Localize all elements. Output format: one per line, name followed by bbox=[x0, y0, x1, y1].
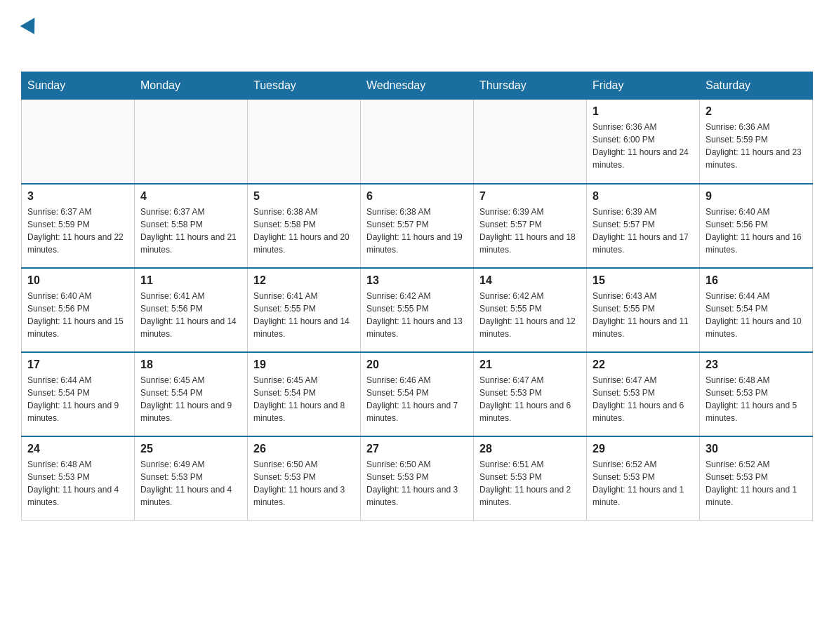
table-row: 3Sunrise: 6:37 AMSunset: 5:59 PMDaylight… bbox=[22, 184, 135, 268]
logo-text bbox=[21, 21, 41, 35]
sunset-text: Sunset: 5:55 PM bbox=[253, 302, 355, 315]
table-row: 11Sunrise: 6:41 AMSunset: 5:56 PMDayligh… bbox=[135, 268, 248, 352]
daylight-text: Daylight: 11 hours and 1 minute. bbox=[593, 483, 694, 509]
day-number: 9 bbox=[706, 190, 807, 203]
page-header bbox=[21, 21, 813, 58]
day-info: Sunrise: 6:44 AMSunset: 5:54 PMDaylight:… bbox=[27, 374, 128, 424]
sunset-text: Sunset: 5:59 PM bbox=[706, 133, 807, 146]
day-info: Sunrise: 6:39 AMSunset: 5:57 PMDaylight:… bbox=[479, 206, 581, 256]
calendar-week-row: 1Sunrise: 6:36 AMSunset: 6:00 PMDaylight… bbox=[22, 100, 813, 184]
sunrise-text: Sunrise: 6:51 AM bbox=[479, 458, 581, 471]
table-row: 2Sunrise: 6:36 AMSunset: 5:59 PMDaylight… bbox=[700, 100, 813, 184]
day-number: 10 bbox=[27, 274, 128, 287]
calendar-table: SundayMondayTuesdayWednesdayThursdayFrid… bbox=[21, 72, 813, 521]
daylight-text: Daylight: 11 hours and 17 minutes. bbox=[593, 231, 694, 256]
table-row: 27Sunrise: 6:50 AMSunset: 5:53 PMDayligh… bbox=[361, 436, 474, 521]
sunrise-text: Sunrise: 6:52 AM bbox=[593, 458, 694, 471]
day-number: 17 bbox=[27, 358, 128, 371]
table-row: 19Sunrise: 6:45 AMSunset: 5:54 PMDayligh… bbox=[248, 352, 361, 436]
daylight-text: Daylight: 11 hours and 14 minutes. bbox=[253, 315, 355, 340]
daylight-text: Daylight: 11 hours and 19 minutes. bbox=[366, 231, 468, 256]
sunrise-text: Sunrise: 6:48 AM bbox=[706, 374, 807, 387]
table-row bbox=[361, 100, 474, 184]
daylight-text: Daylight: 11 hours and 21 minutes. bbox=[140, 231, 241, 256]
table-row bbox=[248, 100, 361, 184]
daylight-text: Daylight: 11 hours and 4 minutes. bbox=[140, 483, 241, 509]
sunrise-text: Sunrise: 6:37 AM bbox=[27, 206, 128, 218]
sunset-text: Sunset: 5:53 PM bbox=[593, 387, 694, 399]
sunrise-text: Sunrise: 6:36 AM bbox=[706, 121, 807, 133]
day-number: 2 bbox=[706, 105, 807, 118]
daylight-text: Daylight: 11 hours and 2 minutes. bbox=[479, 483, 581, 509]
sunset-text: Sunset: 5:58 PM bbox=[253, 218, 355, 231]
sunset-text: Sunset: 5:54 PM bbox=[366, 387, 468, 399]
day-info: Sunrise: 6:39 AMSunset: 5:57 PMDaylight:… bbox=[593, 206, 694, 256]
daylight-text: Daylight: 11 hours and 3 minutes. bbox=[366, 483, 468, 509]
day-number: 27 bbox=[366, 443, 468, 455]
day-info: Sunrise: 6:41 AMSunset: 5:56 PMDaylight:… bbox=[140, 290, 241, 340]
day-info: Sunrise: 6:51 AMSunset: 5:53 PMDaylight:… bbox=[479, 458, 581, 509]
day-number: 30 bbox=[706, 443, 807, 455]
table-row: 5Sunrise: 6:38 AMSunset: 5:58 PMDaylight… bbox=[248, 184, 361, 268]
table-row: 4Sunrise: 6:37 AMSunset: 5:58 PMDaylight… bbox=[135, 184, 248, 268]
sunrise-text: Sunrise: 6:46 AM bbox=[366, 374, 468, 387]
table-row: 13Sunrise: 6:42 AMSunset: 5:55 PMDayligh… bbox=[361, 268, 474, 352]
sunrise-text: Sunrise: 6:38 AM bbox=[253, 206, 355, 218]
day-info: Sunrise: 6:49 AMSunset: 5:53 PMDaylight:… bbox=[140, 458, 241, 509]
daylight-text: Daylight: 11 hours and 8 minutes. bbox=[253, 399, 355, 424]
sunrise-text: Sunrise: 6:48 AM bbox=[27, 458, 128, 471]
daylight-text: Daylight: 11 hours and 12 minutes. bbox=[479, 315, 581, 340]
weekday-header-thursday: Thursday bbox=[474, 72, 587, 100]
sunset-text: Sunset: 5:59 PM bbox=[27, 218, 128, 231]
day-info: Sunrise: 6:38 AMSunset: 5:58 PMDaylight:… bbox=[253, 206, 355, 256]
day-info: Sunrise: 6:52 AMSunset: 5:53 PMDaylight:… bbox=[593, 458, 694, 509]
weekday-header-row: SundayMondayTuesdayWednesdayThursdayFrid… bbox=[22, 72, 813, 100]
sunset-text: Sunset: 5:54 PM bbox=[706, 302, 807, 315]
table-row: 29Sunrise: 6:52 AMSunset: 5:53 PMDayligh… bbox=[587, 436, 700, 521]
table-row: 21Sunrise: 6:47 AMSunset: 5:53 PMDayligh… bbox=[474, 352, 587, 436]
sunrise-text: Sunrise: 6:47 AM bbox=[479, 374, 581, 387]
logo bbox=[21, 21, 41, 58]
sunrise-text: Sunrise: 6:44 AM bbox=[27, 374, 128, 387]
sunset-text: Sunset: 5:57 PM bbox=[366, 218, 468, 231]
table-row: 8Sunrise: 6:39 AMSunset: 5:57 PMDaylight… bbox=[587, 184, 700, 268]
table-row bbox=[22, 100, 135, 184]
sunrise-text: Sunrise: 6:36 AM bbox=[593, 121, 694, 133]
table-row: 17Sunrise: 6:44 AMSunset: 5:54 PMDayligh… bbox=[22, 352, 135, 436]
day-info: Sunrise: 6:50 AMSunset: 5:53 PMDaylight:… bbox=[366, 458, 468, 509]
sunrise-text: Sunrise: 6:42 AM bbox=[479, 290, 581, 302]
daylight-text: Daylight: 11 hours and 1 minute. bbox=[706, 483, 807, 509]
table-row: 12Sunrise: 6:41 AMSunset: 5:55 PMDayligh… bbox=[248, 268, 361, 352]
table-row bbox=[474, 100, 587, 184]
day-info: Sunrise: 6:52 AMSunset: 5:53 PMDaylight:… bbox=[706, 458, 807, 509]
weekday-header-saturday: Saturday bbox=[700, 72, 813, 100]
table-row: 7Sunrise: 6:39 AMSunset: 5:57 PMDaylight… bbox=[474, 184, 587, 268]
sunrise-text: Sunrise: 6:41 AM bbox=[140, 290, 241, 302]
table-row: 9Sunrise: 6:40 AMSunset: 5:56 PMDaylight… bbox=[700, 184, 813, 268]
daylight-text: Daylight: 11 hours and 5 minutes. bbox=[706, 399, 807, 424]
day-info: Sunrise: 6:47 AMSunset: 5:53 PMDaylight:… bbox=[479, 374, 581, 424]
sunset-text: Sunset: 5:54 PM bbox=[253, 387, 355, 399]
sunrise-text: Sunrise: 6:50 AM bbox=[366, 458, 468, 471]
sunset-text: Sunset: 5:54 PM bbox=[140, 387, 241, 399]
table-row: 18Sunrise: 6:45 AMSunset: 5:54 PMDayligh… bbox=[135, 352, 248, 436]
sunset-text: Sunset: 5:53 PM bbox=[479, 471, 581, 483]
sunrise-text: Sunrise: 6:42 AM bbox=[366, 290, 468, 302]
sunset-text: Sunset: 5:53 PM bbox=[593, 471, 694, 483]
sunrise-text: Sunrise: 6:47 AM bbox=[593, 374, 694, 387]
sunrise-text: Sunrise: 6:37 AM bbox=[140, 206, 241, 218]
sunset-text: Sunset: 5:54 PM bbox=[27, 387, 128, 399]
sunset-text: Sunset: 6:00 PM bbox=[593, 133, 694, 146]
daylight-text: Daylight: 11 hours and 6 minutes. bbox=[593, 399, 694, 424]
day-info: Sunrise: 6:41 AMSunset: 5:55 PMDaylight:… bbox=[253, 290, 355, 340]
weekday-header-sunday: Sunday bbox=[22, 72, 135, 100]
table-row: 1Sunrise: 6:36 AMSunset: 6:00 PMDaylight… bbox=[587, 100, 700, 184]
day-number: 29 bbox=[593, 443, 694, 455]
day-number: 26 bbox=[253, 443, 355, 455]
sunrise-text: Sunrise: 6:45 AM bbox=[253, 374, 355, 387]
day-number: 18 bbox=[140, 358, 241, 371]
day-info: Sunrise: 6:42 AMSunset: 5:55 PMDaylight:… bbox=[479, 290, 581, 340]
table-row: 25Sunrise: 6:49 AMSunset: 5:53 PMDayligh… bbox=[135, 436, 248, 521]
sunset-text: Sunset: 5:53 PM bbox=[27, 471, 128, 483]
day-number: 22 bbox=[593, 358, 694, 371]
